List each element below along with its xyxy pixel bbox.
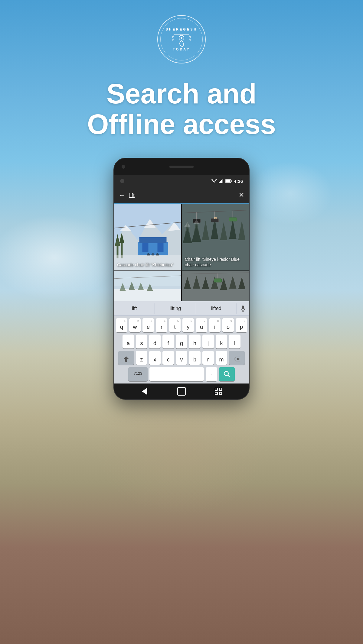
period-label: .	[211, 370, 212, 377]
key-a[interactable]: a	[123, 335, 134, 348]
key-f[interactable]: f	[162, 335, 174, 348]
key-w[interactable]: 2w	[129, 318, 141, 332]
wifi-icon	[211, 179, 217, 183]
earpiece-speaker	[169, 166, 194, 168]
space-key[interactable]	[149, 367, 204, 381]
svg-rect-6	[221, 180, 222, 183]
key-y[interactable]: 6y	[182, 318, 194, 332]
word-suggestions: lift lifting lifted	[114, 301, 249, 316]
key-d[interactable]: d	[149, 335, 161, 348]
key-j[interactable]: j	[202, 335, 214, 348]
key-i[interactable]: 8i	[209, 318, 221, 332]
battery-icon	[225, 179, 232, 183]
svg-rect-23	[142, 243, 149, 252]
search-icon	[224, 371, 230, 377]
back-button[interactable]: ←	[119, 191, 126, 199]
svg-point-49	[215, 217, 217, 219]
nav-back-button[interactable]	[139, 386, 150, 397]
key-o[interactable]: 9o	[222, 318, 234, 332]
mic-icon[interactable]	[237, 306, 249, 312]
clear-search-button[interactable]: ✕	[239, 191, 244, 199]
svg-rect-75	[125, 361, 127, 362]
heading-line1: Search and	[87, 79, 276, 109]
nav-recents-button[interactable]	[213, 386, 224, 397]
svg-rect-9	[231, 180, 232, 182]
key-b[interactable]: b	[189, 351, 201, 365]
key-q[interactable]: 1q	[116, 318, 127, 332]
backspace-key[interactable]	[229, 351, 245, 365]
key-h[interactable]: h	[189, 335, 201, 348]
nav-recents-icon	[215, 388, 222, 395]
grid-item-4[interactable]	[182, 271, 249, 301]
logo-icon	[171, 32, 192, 47]
svg-rect-22	[139, 237, 167, 243]
lift-scene-4-svg	[182, 271, 249, 301]
keyboard-row-2: a s d f g h j k l	[115, 335, 248, 348]
status-bar: 4:26	[114, 175, 249, 187]
lift-scene-1-svg	[114, 204, 181, 270]
svg-rect-71	[242, 306, 244, 309]
suggestion-lifted[interactable]: lifted	[196, 303, 237, 314]
svg-rect-70	[214, 279, 222, 282]
grid-image-1	[114, 204, 181, 270]
svg-rect-24	[158, 243, 164, 252]
nav-home-icon	[177, 387, 186, 396]
key-l[interactable]: l	[229, 335, 240, 348]
period-key[interactable]: .	[206, 367, 217, 381]
lift-scene-3-svg	[114, 271, 181, 301]
grid-item-2[interactable]: Chair lift "Sineye kreslo" Blue chair ca…	[182, 204, 249, 270]
key-c[interactable]: c	[162, 351, 174, 365]
key-v[interactable]: v	[176, 351, 187, 365]
phone-device: 4:26 ← lift ✕	[113, 158, 250, 400]
svg-rect-5	[220, 181, 221, 183]
grid-label-2: Chair lift "Sineye kreslo" Blue chair ca…	[185, 257, 246, 267]
logo-text-top: SHEREGESH	[165, 28, 197, 31]
nav-home-button[interactable]	[176, 386, 187, 397]
grid-item-3[interactable]	[114, 271, 181, 301]
main-content: SHEREGESH	[0, 0, 363, 644]
grid-label-1: Cascade chair lift "Khlebnitsa"	[117, 262, 178, 267]
nav-back-icon	[142, 388, 147, 395]
grid-item-1[interactable]: Cascade chair lift "Khlebnitsa"	[114, 204, 181, 270]
search-bar[interactable]: ← lift ✕	[114, 187, 249, 204]
svg-rect-53	[114, 271, 181, 286]
results-grid: Cascade chair lift "Khlebnitsa"	[114, 204, 249, 301]
status-right: 4:26	[211, 179, 243, 184]
shift-key[interactable]	[118, 351, 134, 365]
key-t[interactable]: 5t	[169, 318, 181, 332]
svg-marker-74	[124, 356, 129, 361]
key-n[interactable]: n	[202, 351, 214, 365]
svg-point-1	[181, 37, 182, 39]
hero-heading: Search and Offline access	[69, 79, 294, 140]
phone-top-bar	[114, 158, 249, 175]
app-logo: SHEREGESH	[157, 15, 206, 63]
key-m[interactable]: m	[216, 351, 227, 365]
signal-icon	[219, 179, 224, 183]
suggestion-lift[interactable]: lift	[114, 303, 155, 314]
key-r[interactable]: 4r	[156, 318, 167, 332]
key-x[interactable]: x	[149, 351, 161, 365]
num-switch-key[interactable]: ?123	[128, 367, 148, 381]
svg-rect-7	[222, 179, 223, 183]
grid-image-3	[114, 271, 181, 301]
search-key[interactable]	[219, 367, 235, 381]
logo-text-bottom: TODAY	[173, 47, 190, 51]
suggestion-lifting[interactable]: lifting	[155, 303, 196, 314]
key-k[interactable]: k	[216, 335, 227, 348]
search-input-text[interactable]: lift	[129, 192, 235, 199]
keyboard-row-1: 1q 2w 3e 4r 5t 6y 7u 8i 9o 0p	[115, 318, 248, 332]
grid-image-4	[182, 271, 249, 301]
logo-outer-ring: SHEREGESH	[157, 15, 206, 63]
key-s[interactable]: s	[136, 335, 147, 348]
keyboard-row-3: z x c v b n m	[115, 351, 248, 365]
key-e[interactable]: 3e	[142, 318, 154, 332]
key-p[interactable]: 0p	[236, 318, 247, 332]
key-g[interactable]: g	[176, 335, 187, 348]
status-time: 4:26	[234, 179, 243, 184]
key-u[interactable]: 7u	[196, 318, 207, 332]
key-z[interactable]: z	[136, 351, 147, 365]
phone-mockup-wrapper: 4:26 ← lift ✕	[103, 158, 260, 400]
keyboard: 1q 2w 3e 4r 5t 6y 7u 8i 9o 0p a s d f	[114, 316, 249, 383]
svg-rect-10	[226, 180, 230, 182]
android-nav-bar	[114, 383, 249, 399]
